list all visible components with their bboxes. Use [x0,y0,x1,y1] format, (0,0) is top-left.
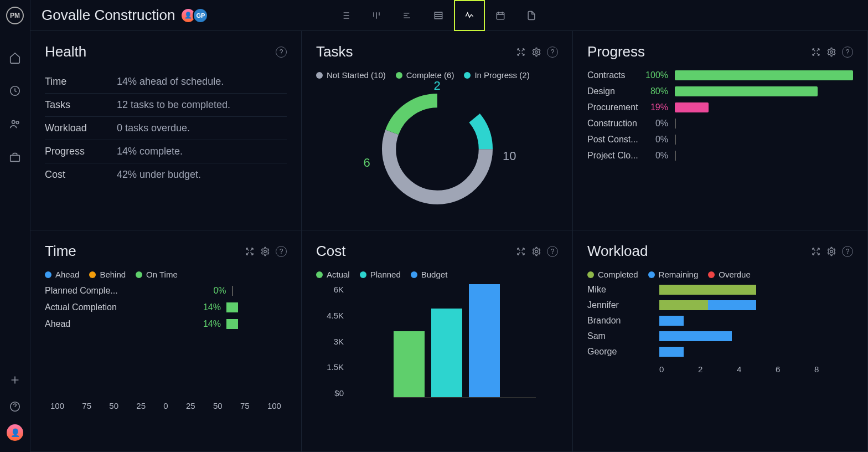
svg-point-7 [535,50,538,53]
health-value: 0 tasks overdue. [117,122,190,134]
expand-icon[interactable] [245,246,255,256]
axis-tick: 3K [316,337,344,346]
expand-icon[interactable] [516,246,526,256]
health-label: Progress [45,146,117,157]
progress-label: Contracts [587,70,642,80]
gear-icon[interactable] [826,47,836,57]
axis-tick: 2 [698,364,737,374]
sidebar: PM 👤 [0,0,30,452]
progress-percent: 0% [642,135,668,145]
progress-label: Post Const... [587,135,642,145]
cost-bar-chart: 6K4.5K3K1.5K$0 [316,285,558,412]
axis-tick: 75 [240,401,250,410]
axis-tick: 50 [109,401,118,410]
help-icon[interactable]: ? [276,47,287,58]
workload-row: Jennifer [587,300,853,310]
progress-row: Post Const...0% [587,135,853,145]
gantt-view-tab[interactable] [392,0,423,31]
time-row: Ahead14% [45,319,287,329]
axis-tick: 100 [50,401,64,410]
health-value: 12 tasks to be completed. [117,99,230,111]
topbar: Govalle Construction 👤 GP [30,0,868,31]
time-title: Time [45,243,76,260]
axis-tick: 25 [136,401,146,410]
legend-item: Budget [411,270,448,279]
board-view-tab[interactable] [361,0,392,31]
help-icon[interactable] [8,400,22,413]
workload-label: George [587,347,659,357]
progress-percent: 0% [642,119,668,129]
gear-icon[interactable] [260,246,270,256]
time-label: Actual Completion [45,302,139,312]
cost-panel: Cost ? ActualPlannedBudget 6K4.5K3K1.5K$… [302,230,573,452]
sheet-view-tab[interactable] [423,0,454,31]
help-icon[interactable]: ? [842,246,853,257]
time-percent: 0% [193,286,226,296]
svg-rect-6 [497,13,504,19]
dashboard-view-tab[interactable] [454,0,485,31]
workload-panel: Workload ? CompletedRemainingOverdue Mik… [573,230,868,452]
progress-label: Design [587,86,642,96]
axis-tick: 75 [82,401,91,410]
progress-percent: 100% [642,70,668,80]
workload-label: Brandon [587,316,659,326]
progress-percent: 80% [642,86,668,96]
progress-label: Procurement [587,102,642,112]
gear-icon[interactable] [531,246,541,256]
progress-percent: 0% [642,151,668,161]
clock-icon[interactable] [8,84,22,97]
health-row: Time14% ahead of schedule. [45,70,287,94]
health-row: Progress14% complete. [45,140,287,163]
team-icon[interactable] [8,117,22,131]
svg-point-13 [535,250,538,253]
legend-item: In Progress (2) [464,70,529,80]
progress-row: Project Clo...0% [587,151,853,161]
user-avatar[interactable]: 👤 [7,424,23,441]
cost-bar [469,284,500,397]
legend-item: Not Started (10) [316,70,386,80]
health-label: Time [45,76,117,88]
list-view-tab[interactable] [330,0,361,31]
tasks-title: Tasks [316,43,353,60]
cost-title: Cost [316,243,345,260]
health-row: Workload0 tasks overdue. [45,117,287,140]
app-logo[interactable]: PM [6,7,24,24]
svg-rect-3 [11,155,20,161]
expand-icon[interactable] [811,246,821,256]
progress-title: Progress [587,43,645,60]
home-icon[interactable] [8,51,22,64]
cost-bar [394,331,425,397]
svg-point-12 [264,250,267,253]
progress-row: Construction0% [587,119,853,129]
help-icon[interactable]: ? [842,47,853,58]
help-icon[interactable]: ? [547,47,558,58]
gear-icon[interactable] [531,47,541,57]
axis-tick: 0 [659,364,698,374]
progress-row: Design80% [587,86,853,96]
expand-icon[interactable] [811,47,821,57]
gear-icon[interactable] [826,246,836,256]
axis-tick: 50 [213,401,223,410]
add-icon[interactable] [8,373,22,387]
briefcase-icon[interactable] [8,151,22,164]
workload-label: Jennifer [587,300,659,310]
axis-tick: 1.5K [316,362,344,372]
avatar-group[interactable]: 👤 GP [184,8,208,23]
expand-icon[interactable] [516,47,526,57]
time-row: Planned Comple...0% [45,286,287,296]
legend-item: Remaining [648,270,699,279]
file-view-tab[interactable] [516,0,547,31]
time-label: Ahead [45,319,139,329]
legend-item: Overdue [708,270,751,279]
help-icon[interactable]: ? [276,246,287,257]
calendar-view-tab[interactable] [485,0,516,31]
help-icon[interactable]: ? [547,246,558,257]
svg-point-1 [12,121,16,124]
donut-label-inprogress: 2 [433,79,440,93]
axis-tick: 6 [776,364,814,374]
health-row: Tasks12 tasks to be completed. [45,94,287,117]
health-label: Tasks [45,99,117,111]
progress-row: Contracts100% [587,70,853,80]
axis-tick: $0 [316,388,344,398]
axis-tick: 0 [163,401,168,410]
